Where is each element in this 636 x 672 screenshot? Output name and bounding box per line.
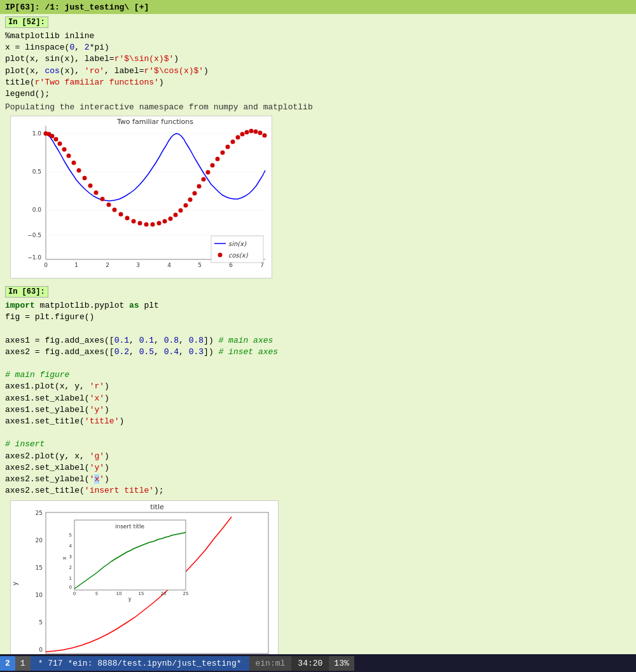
svg-point-28: [83, 176, 87, 181]
svg-point-54: [226, 145, 230, 149]
svg-text:0: 0: [39, 647, 43, 653]
notebook: In [52]: %matplotlib inline x = linspace…: [0, 14, 636, 654]
svg-text:10: 10: [36, 592, 43, 598]
plot-1-title: Two familiar functions: [116, 118, 193, 126]
code-line: [5, 427, 631, 439]
code-line: axes1.set_ylabel('y'): [5, 404, 631, 416]
svg-point-60: [254, 130, 258, 134]
code-line: axes2.set_xlabel('y'): [5, 462, 631, 474]
plot-2: title 25 20 15 10 5 0 0 1 2 3 4 5: [10, 500, 279, 654]
svg-point-58: [245, 130, 249, 135]
code-line: fig = plt.figure(): [5, 312, 631, 323]
cell-2-label[interactable]: In [63]:: [5, 286, 48, 298]
svg-point-56: [236, 135, 240, 140]
svg-point-44: [179, 209, 183, 213]
code-line: axes2.plot(y, x, 'g'): [5, 451, 631, 462]
cell-1-code: %matplotlib inline x = linspace(0, 2*pi)…: [5, 29, 631, 101]
svg-text:15: 15: [139, 591, 144, 596]
svg-point-46: [188, 198, 193, 202]
svg-point-41: [163, 219, 167, 224]
code-line: # insert: [5, 439, 631, 450]
svg-point-38: [144, 223, 149, 227]
code-line: axes1.plot(x, y, 'r'): [5, 381, 631, 392]
code-line: legend();: [5, 88, 631, 100]
svg-point-48: [197, 184, 202, 189]
cell-2-code: import matplotlib.pyplot as plt fig = pl…: [5, 299, 631, 498]
status-left: 2 1 * 717 *ein: 8888/test.ipynb/just_tes…: [0, 656, 249, 671]
code-line: import matplotlib.pyplot as plt: [5, 300, 631, 312]
svg-text:15: 15: [36, 565, 43, 571]
svg-point-50: [206, 170, 211, 175]
svg-text:0.0: 0.0: [32, 207, 42, 213]
code-line: x = linspace(0, 2*pi): [5, 42, 631, 53]
svg-text:2: 2: [106, 262, 109, 268]
svg-text:5: 5: [198, 262, 202, 268]
svg-point-31: [100, 197, 105, 202]
svg-point-24: [62, 147, 67, 152]
svg-point-27: [77, 168, 81, 173]
plot-2-svg: title 25 20 15 10 5 0 0 1 2 3 4 5: [11, 501, 278, 654]
svg-point-52: [216, 157, 220, 161]
svg-text:5: 5: [69, 533, 72, 538]
svg-point-42: [169, 217, 173, 221]
svg-point-66: [218, 253, 223, 257]
code-line: [5, 324, 631, 335]
code-line: axes2.set_ylabel('x'): [5, 474, 631, 485]
plot-1-svg: Two familiar functions 1.0 0.5 0.0 −0.5 …: [11, 116, 272, 275]
status-num2[interactable]: 1: [15, 656, 31, 671]
status-file: * 717 *ein: 8888/test.ipynb/just_testing…: [31, 656, 249, 671]
svg-text:cos(x): cos(x): [228, 252, 249, 259]
svg-text:0.5: 0.5: [32, 168, 41, 175]
cell-2: In [63]: import matplotlib.pyplot as plt…: [0, 284, 636, 654]
plot-1: Two familiar functions 1.0 0.5 0.0 −0.5 …: [10, 116, 272, 278]
svg-point-34: [119, 212, 123, 217]
svg-text:2: 2: [69, 565, 72, 570]
svg-point-37: [138, 221, 142, 226]
svg-point-57: [240, 132, 245, 137]
code-line: axes2 = fig.add_axes([0.2, 0.5, 0.4, 0.3…: [5, 346, 631, 358]
svg-point-33: [113, 208, 117, 212]
svg-point-25: [67, 154, 71, 158]
status-percent: 13%: [329, 656, 354, 671]
status-indicator: *: [38, 659, 43, 668]
svg-text:4: 4: [167, 262, 171, 268]
svg-text:3: 3: [69, 554, 72, 559]
svg-point-23: [58, 142, 62, 146]
code-line: # main figure: [5, 369, 631, 381]
svg-text:0: 0: [44, 262, 48, 268]
svg-text:5: 5: [95, 591, 98, 596]
code-line: %matplotlib inline: [5, 31, 631, 42]
svg-text:25: 25: [36, 510, 43, 516]
code-line: title(r'Two familiar functions'): [5, 77, 631, 88]
svg-text:25: 25: [183, 591, 189, 596]
title-text: IP[63]: /1: just_testing\ [+]: [5, 3, 149, 12]
svg-point-43: [174, 213, 178, 217]
code-line: axes2.set_title('insert title');: [5, 485, 631, 497]
status-line-count: 717: [48, 659, 62, 668]
status-filename: *ein: 8888/test.ipynb/just_testing*: [67, 659, 241, 668]
svg-point-30: [94, 191, 99, 195]
svg-text:4: 4: [69, 544, 73, 549]
svg-text:10: 10: [116, 591, 122, 596]
cell-1-label[interactable]: In [52]:: [5, 17, 48, 28]
svg-point-29: [88, 184, 93, 188]
svg-point-32: [107, 203, 111, 207]
svg-text:1.0: 1.0: [32, 130, 42, 137]
cell-1-output: Populating the interactive namespace fro…: [5, 101, 631, 113]
svg-text:1: 1: [69, 576, 72, 581]
svg-text:20: 20: [36, 537, 43, 544]
svg-text:y: y: [128, 596, 132, 602]
status-bar: 2 1 * 717 *ein: 8888/test.ipynb/just_tes…: [0, 654, 636, 672]
svg-text:sin(x): sin(x): [228, 240, 247, 247]
svg-point-49: [202, 177, 206, 182]
svg-text:3: 3: [136, 262, 140, 268]
status-position: 34:20: [291, 656, 329, 671]
title-bar: IP[63]: /1: just_testing\ [+]: [0, 0, 636, 14]
svg-point-59: [249, 129, 254, 134]
svg-text:1: 1: [74, 262, 78, 268]
code-line: plot(x, cos(x), 'ro', label=r'$\cos(x)$'…: [5, 65, 631, 77]
status-num1[interactable]: 2: [0, 656, 15, 671]
svg-text:y: y: [11, 582, 18, 586]
svg-point-22: [54, 137, 59, 142]
svg-point-45: [184, 203, 188, 208]
